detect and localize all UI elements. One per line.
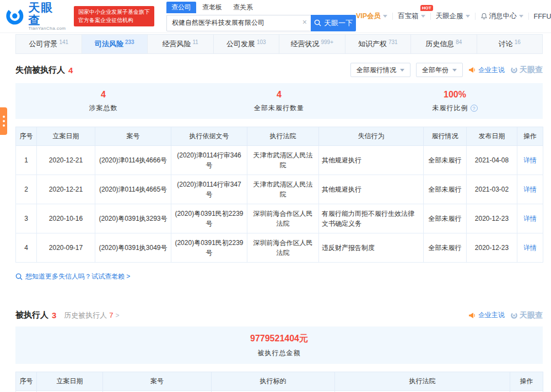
user-account-menu[interactable]: FFFU... <box>534 13 551 20</box>
section-count: 4 <box>68 66 73 75</box>
tab-operation-status[interactable]: 经营状况999+ <box>279 35 345 53</box>
username: FFFU... <box>534 13 551 20</box>
stat-unfulfilled-ratio: 100% 未履行比例 ? <box>367 90 543 113</box>
watermark-logo: 天眼查 <box>510 311 543 320</box>
detail-link[interactable]: 详情 <box>517 233 543 263</box>
table-cell: 全部未履行 <box>424 146 467 175</box>
company-owner-says-link[interactable]: 企业主说 <box>468 311 505 320</box>
tab-intellectual-property[interactable]: 知识产权731 <box>345 35 412 53</box>
detail-link[interactable]: 详情 <box>517 175 543 204</box>
table-row: 12020-12-21(2020)津0114执4666号(2020)津0114行… <box>16 146 543 175</box>
table-cell: 全部未履行 <box>424 175 467 204</box>
watermark-swirl-icon <box>510 312 518 319</box>
tab-count: 103 <box>257 39 266 45</box>
divider <box>475 13 476 20</box>
table-cell: (2020)粤0391执3293号 <box>95 204 171 233</box>
column-header: 案号 <box>103 372 212 391</box>
vip-member-menu[interactable]: VIP会员 <box>356 12 387 21</box>
stat-label: 未履行比例 <box>433 104 468 113</box>
main-content: 公司背景141 司法风险233 经营风险11 公司发展103 经营状况999+ … <box>15 34 543 392</box>
section-title: 被执行人 <box>15 310 48 320</box>
table-cell: 违反财产报告制度 <box>319 233 424 263</box>
column-header: 执行法院 <box>335 372 510 391</box>
tab-company-background[interactable]: 公司背景141 <box>16 35 82 53</box>
tab-label: 历史信息 <box>425 39 454 49</box>
history-executed-link[interactable]: 历史被执行人 7 > <box>64 311 119 320</box>
table-cell: 有履行能力而拒不履行生效法律文书确定义务 <box>319 204 424 233</box>
chevron-down-icon <box>383 15 387 20</box>
enterprise-services-menu[interactable]: 天眼企服 <box>436 12 470 21</box>
search-area: 查公司 查老板 查关系 × 天眼一下 <box>166 2 356 31</box>
search-input[interactable] <box>166 15 311 31</box>
table-cell: 全部未履行 <box>424 233 467 263</box>
tab-label: 知识产权 <box>358 39 387 49</box>
table-cell: (2020)粤0391民初2239号 <box>171 233 247 263</box>
search-tab-relation[interactable]: 查关系 <box>228 2 258 13</box>
tab-operation-risk[interactable]: 经营风险11 <box>148 35 214 53</box>
filter-fulfillment-status[interactable]: 全部履行情况 <box>350 63 410 77</box>
table-cell: (2020)津0114执4665号 <box>95 175 171 204</box>
side-float-badge[interactable] <box>0 107 7 135</box>
detail-link[interactable]: 详情 <box>517 204 543 233</box>
arrow-right-icon: > <box>116 312 120 319</box>
table-cell: 天津市武清区人民法院 <box>247 175 319 204</box>
search-tab-boss[interactable]: 查老板 <box>197 2 227 13</box>
filter-year[interactable]: 全部年份 <box>416 63 463 77</box>
stat-label: 被执行总金额 <box>15 349 543 358</box>
column-header: 立案日期 <box>37 127 95 146</box>
tab-label: 公司背景 <box>29 39 57 49</box>
table-cell: (2020)粤0391民初2239号 <box>171 204 247 233</box>
watermark-swirl-icon <box>510 66 518 74</box>
search-tab-company[interactable]: 查公司 <box>166 2 196 13</box>
stat-label: 涉案总数 <box>15 104 191 113</box>
gov-certification-badge: 国家中小企业发展子基金旗下 官方备案企业征信机构 <box>74 6 154 26</box>
table-cell: 2020-09-17 <box>37 233 95 263</box>
megaphone-icon <box>468 312 476 319</box>
toolbox-menu[interactable]: HOT 百宝箱 <box>398 12 425 21</box>
column-header: 案号 <box>95 127 171 146</box>
table-cell: 2021-04-08 <box>467 146 517 175</box>
company-tabs: 公司背景141 司法风险233 经营风险11 公司发展103 经营状况999+ … <box>15 34 543 54</box>
clear-search-icon[interactable]: × <box>302 18 307 26</box>
search-button[interactable]: 天眼一下 <box>311 15 356 31</box>
table-cell: 其他规避执行 <box>319 146 424 175</box>
tab-label: 经营风险 <box>163 39 191 49</box>
tab-label: 讨论 <box>499 39 513 49</box>
stat-value: 4 <box>15 90 191 100</box>
megaphone-icon <box>468 67 476 73</box>
hot-badge: HOT <box>420 5 433 11</box>
search-button-label: 天眼一下 <box>324 18 353 28</box>
tab-count: 233 <box>125 39 134 45</box>
chevron-down-icon <box>421 15 425 20</box>
column-header: 执行法院 <box>247 127 319 146</box>
detail-link[interactable]: 详情 <box>517 146 543 175</box>
table-header-row: 序号立案日期案号执行标的执行法院操作 <box>16 372 543 391</box>
more-dishonest-link[interactable]: 想知道更多失信人吗？试试查老赖 > <box>15 272 543 281</box>
tab-discussion[interactable]: 讨论16 <box>477 35 543 53</box>
divider <box>528 13 529 20</box>
badge-line1: 国家中小企业发展子基金旗下 <box>78 8 150 17</box>
tab-history-info[interactable]: 历史信息84 <box>411 35 477 53</box>
dishonest-table: 序号立案日期案号执行依据文号执行法院失信行为履行情况发布日期操作 12020-1… <box>15 127 543 263</box>
company-owner-says-label: 企业主说 <box>478 311 505 320</box>
column-header: 立案日期 <box>37 372 103 391</box>
history-label: 历史被执行人 <box>64 311 107 320</box>
message-center-menu[interactable]: 消息中心 <box>480 12 523 21</box>
tab-judicial-risk[interactable]: 司法风险233 <box>82 35 148 53</box>
executed-total-box: 9779521404元 被执行总金额 <box>15 326 543 364</box>
table-cell: (2020)津0114行审346号 <box>171 146 247 175</box>
help-icon[interactable]: ? <box>471 105 478 112</box>
tab-company-development[interactable]: 公司发展103 <box>214 35 280 53</box>
executed-table: 序号立案日期案号执行标的执行法院操作 12021-01-11(2021)津011… <box>15 372 543 392</box>
logo-text: 天眼查 <box>29 1 66 26</box>
table-cell: (2020)津0114执4666号 <box>95 146 171 175</box>
stat-executed-total: 9779521404元 被执行总金额 <box>15 333 543 358</box>
table-cell: 2020-12-21 <box>37 146 95 175</box>
section-count: 3 <box>52 311 56 320</box>
tianyancha-logo[interactable]: 天眼查 TianYanCha.com <box>4 1 66 31</box>
logo-swirl-icon <box>4 6 25 26</box>
company-owner-says-link[interactable]: 企业主说 <box>468 66 505 75</box>
tab-count: 141 <box>59 39 68 45</box>
filter-label: 全部年份 <box>422 66 449 75</box>
section-title: 失信被执行人 <box>15 65 65 75</box>
